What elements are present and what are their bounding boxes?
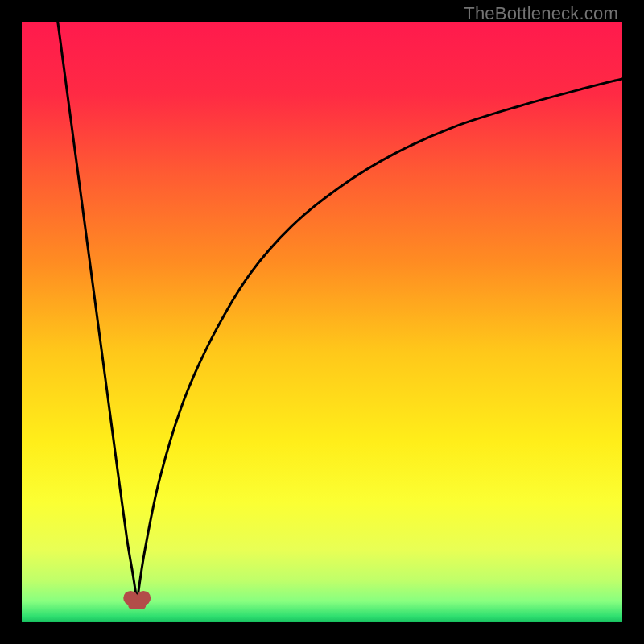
chart-frame [22,22,622,622]
watermark-text: TheBottleneck.com [464,3,618,24]
svg-rect-2 [128,600,146,609]
chart-svg [22,22,622,622]
gradient-bg [22,22,622,622]
